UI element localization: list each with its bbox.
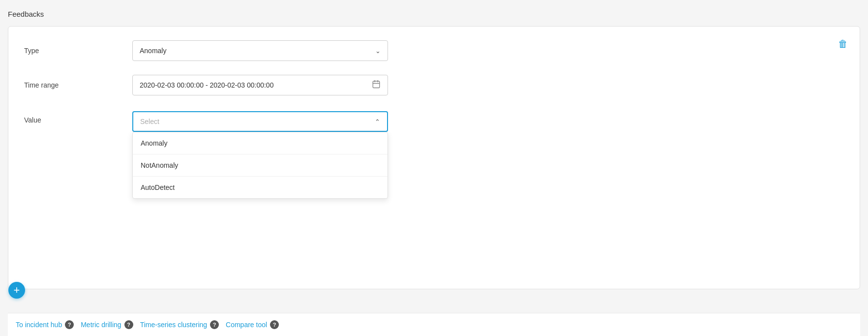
value-placeholder: Select [140,118,159,125]
page-container: Feedbacks 🗑 Type Anomaly ⌄ Time range 20… [0,0,868,336]
page-title: Feedbacks [8,10,860,18]
dropdown-item-notanomaly[interactable]: NotAnomaly [133,154,388,177]
time-range-field-row: Time range 2020-02-03 00:00:00 - 2020-02… [24,75,844,95]
footer-link-time-series-clustering[interactable]: Time-series clustering [140,321,207,329]
help-icon-metric-drilling[interactable]: ? [124,320,133,329]
help-icon-incident-hub[interactable]: ? [65,320,74,329]
value-label: Value [24,111,132,124]
footer-link-metric-drilling[interactable]: Metric drilling [81,321,121,329]
type-select-value: Anomaly [140,47,166,55]
footer-link-compare-tool[interactable]: Compare tool [226,321,267,329]
value-field-row: Value Select ⌃ Anomaly NotAnomaly AutoDe… [24,109,844,132]
help-icon-time-series-clustering[interactable]: ? [210,320,219,329]
calendar-icon [372,80,381,91]
add-feedback-button[interactable]: + [8,282,25,299]
trash-icon: 🗑 [838,38,848,49]
svg-rect-0 [373,81,380,88]
time-range-label: Time range [24,81,132,89]
value-control: Select ⌃ Anomaly NotAnomaly AutoDetect [132,111,388,132]
chevron-down-icon: ⌄ [375,47,381,55]
type-control: Anomaly ⌄ [132,40,388,61]
value-dropdown-menu: Anomaly NotAnomaly AutoDetect [132,132,388,199]
value-select[interactable]: Select ⌃ [132,111,388,132]
footer-nav: To incident hub ? Metric drilling ? Time… [8,313,860,336]
type-field-row: Type Anomaly ⌄ [24,40,844,61]
dropdown-item-autodetect[interactable]: AutoDetect [133,177,388,198]
time-range-input[interactable]: 2020-02-03 00:00:00 - 2020-02-03 00:00:0… [132,75,388,95]
type-label: Type [24,47,132,55]
time-range-control: 2020-02-03 00:00:00 - 2020-02-03 00:00:0… [132,75,388,95]
time-range-value: 2020-02-03 00:00:00 - 2020-02-03 00:00:0… [140,81,273,89]
dropdown-item-anomaly[interactable]: Anomaly [133,132,388,154]
type-select[interactable]: Anomaly ⌄ [132,40,388,61]
help-icon-compare-tool[interactable]: ? [270,320,279,329]
main-card: 🗑 Type Anomaly ⌄ Time range 2020-02-03 0… [8,26,860,289]
chevron-up-icon: ⌃ [375,118,380,125]
delete-button[interactable]: 🗑 [836,36,850,52]
footer-link-incident-hub[interactable]: To incident hub [16,321,62,329]
